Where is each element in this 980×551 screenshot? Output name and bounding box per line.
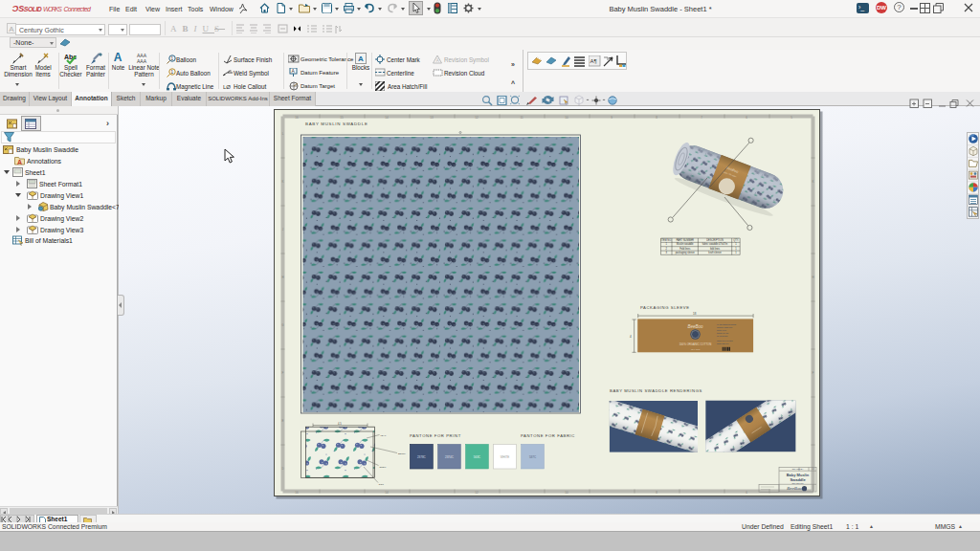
svg-text:CARE INSTRUCTIONS: CARE INSTRUCTIONS: [717, 323, 737, 325]
svg-text:15: 15: [340, 116, 344, 120]
svg-text:12: 12: [475, 116, 479, 120]
svg-text:E: E: [281, 419, 283, 423]
svg-text:1: 1: [735, 247, 737, 251]
svg-text:16: 16: [295, 491, 299, 495]
svg-text:1: 1: [171, 56, 174, 61]
svg-text:ƆS: ƆS: [12, 4, 25, 13]
svg-text:3: 3: [665, 251, 667, 254]
svg-text:fabric swaddle 47x47in: fabric swaddle 47x47in: [702, 242, 728, 246]
svg-text:1: 1: [665, 242, 667, 246]
svg-text:13: 13: [430, 116, 434, 120]
svg-text:BeeBoo: BeeBoo: [687, 324, 703, 329]
svg-text:ITEM NO.: ITEM NO.: [660, 238, 672, 242]
svg-text:4.5: 4.5: [338, 422, 342, 426]
svg-text:A: A: [358, 55, 364, 63]
svg-text:BABY MUSLIN SWADDLE: BABY MUSLIN SWADDLE: [305, 121, 368, 126]
svg-text:DRAWN BY: DRAWN BY: [792, 468, 804, 470]
svg-text:gentle cycle: gentle cycle: [717, 329, 726, 331]
svg-text:QTY.: QTY.: [733, 238, 739, 242]
svg-text:K: K: [812, 180, 813, 184]
svg-text:tumble dry low: tumble dry low: [717, 332, 729, 334]
svg-text:kraft sleeve: kraft sleeve: [708, 251, 722, 254]
svg-text:SCALE 1:10: SCALE 1:10: [791, 482, 804, 484]
svg-text:K: K: [281, 180, 283, 184]
svg-text:4: 4: [630, 335, 632, 339]
svg-text:PART NUMBER: PART NUMBER: [676, 238, 694, 242]
svg-text:H: H: [281, 276, 283, 279]
svg-text:WHITE: WHITE: [501, 455, 510, 459]
svg-text:1: 1: [735, 242, 737, 246]
svg-text:BeeBoo: BeeBoo: [787, 486, 802, 491]
svg-text:PACKAGING SLEEVE: PACKAGING SLEEVE: [640, 305, 690, 310]
svg-text:machine wash cold: machine wash cold: [717, 326, 732, 328]
svg-text:SOLID: SOLID: [24, 6, 42, 12]
svg-text:Muslin swaddle: Muslin swaddle: [677, 242, 694, 246]
svg-text:1: 1: [171, 70, 174, 75]
svg-text:F: F: [282, 371, 284, 375]
svg-text:LEAF: LEAF: [381, 434, 388, 437]
svg-text:DESCRIPTION: DESCRIPTION: [706, 238, 724, 242]
svg-text:A: A: [17, 159, 22, 165]
svg-text:12: 12: [475, 491, 479, 495]
svg-text:do not bleach: do not bleach: [717, 335, 727, 337]
svg-text:47 x 47 in: 47 x 47 in: [691, 348, 701, 350]
svg-text:10: 10: [565, 116, 568, 120]
svg-text:537C: 537C: [529, 455, 537, 459]
svg-text:100% ORGANIC COTTON: 100% ORGANIC COTTON: [679, 342, 712, 346]
svg-text:2374C: 2374C: [445, 455, 455, 459]
svg-text:H: H: [812, 276, 813, 279]
svg-text:PANTONE FOR PRINT: PANTONE FOR PRINT: [410, 433, 461, 438]
svg-text:WORKS: WORKS: [43, 6, 62, 12]
svg-text:F: F: [813, 371, 814, 375]
svg-text:DOT: DOT: [379, 483, 385, 486]
svg-text:PANTONE FOR FABRIC: PANTONE FOR FABRIC: [521, 433, 575, 438]
svg-text:BERRY: BERRY: [398, 452, 407, 455]
svg-text:11: 11: [520, 116, 523, 120]
svg-text:Fold lines: Fold lines: [679, 247, 691, 251]
svg-text:1: 1: [735, 251, 737, 254]
svg-text:fold lines: fold lines: [710, 247, 721, 251]
svg-text:2: 2: [665, 247, 667, 251]
svg-text:LØ: LØ: [223, 84, 231, 90]
svg-text:16: 16: [295, 116, 299, 120]
svg-text:10: 10: [565, 491, 568, 495]
svg-text:warm iron if needed: warm iron if needed: [717, 340, 733, 342]
svg-text:14: 14: [385, 491, 389, 495]
svg-text:BABY MUSLIN SWADDLE RENDERINGS: BABY MUSLIN SWADDLE RENDERINGS: [610, 388, 702, 393]
svg-text:Connected: Connected: [63, 6, 90, 12]
svg-text:packaging sleeve: packaging sleeve: [676, 251, 696, 254]
svg-text:made with love: made with love: [717, 342, 729, 344]
svg-text:18: 18: [693, 312, 697, 316]
svg-text:14: 14: [385, 116, 389, 120]
svg-text:2378C: 2378C: [417, 455, 427, 459]
svg-text:563C: 563C: [474, 455, 481, 459]
svg-text:STEM: STEM: [380, 466, 387, 469]
svg-text:A¶: A¶: [590, 58, 597, 64]
